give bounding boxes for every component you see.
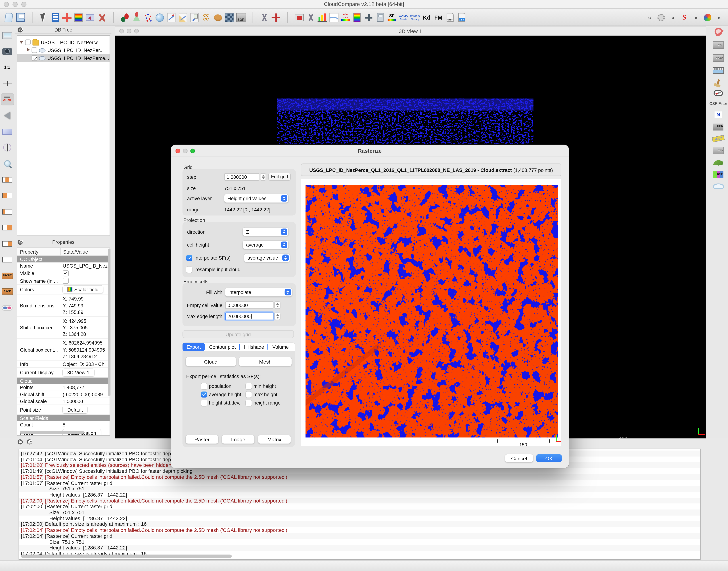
property-row[interactable]: Current Display 3D View 1 <box>17 368 110 377</box>
set-pivot-icon[interactable] <box>1 77 14 90</box>
dialog-tab[interactable]: Export <box>183 343 205 351</box>
dialog-tab[interactable]: Contour plot <box>205 343 240 351</box>
visibility-checkbox[interactable] <box>31 55 37 61</box>
add-constant-sf-icon[interactable] <box>363 10 374 24</box>
property-row[interactable]: Global scale 1.000000 <box>17 398 110 405</box>
expand-arrow-icon[interactable] <box>25 47 31 52</box>
properties-list-icon[interactable] <box>50 10 60 24</box>
tree-item[interactable]: USGS_LPC_ID_NezPerce... <box>17 54 110 62</box>
colorize-icon[interactable] <box>352 10 362 24</box>
visibility-checkbox[interactable] <box>31 47 37 53</box>
canupo-create-icon[interactable]: CANUPO Create <box>398 10 408 24</box>
facets-icon[interactable] <box>713 159 723 165</box>
csv-export-icon[interactable]: CSV <box>456 10 467 24</box>
view-bottom-icon[interactable] <box>1 237 14 250</box>
toolbar-separator[interactable] <box>282 10 292 24</box>
save-icon[interactable] <box>15 10 25 24</box>
property-row[interactable]: Name USGS_LPC_ID_Nez <box>17 262 110 269</box>
toolbar-overflow-icon[interactable]: » <box>668 10 678 24</box>
stat-checkbox[interactable] <box>246 399 252 406</box>
max-edge-length-input[interactable]: 20.000000 <box>225 312 273 320</box>
float-panel-icon[interactable] <box>18 27 23 32</box>
tree-item[interactable]: USGS_LPC_ID_NezPerce... <box>17 38 110 46</box>
compass-icon[interactable] <box>714 90 723 96</box>
view-left-icon[interactable] <box>1 190 14 202</box>
open-icon[interactable] <box>4 10 14 24</box>
delete-icon[interactable] <box>97 10 107 24</box>
pcv-icon[interactable]: PCV <box>713 146 724 154</box>
normals-icon[interactable]: N <box>715 111 722 118</box>
export-matrix-button[interactable]: Matrix <box>258 435 290 444</box>
interpolate-sf-select[interactable]: average value <box>244 254 290 262</box>
spline-tool-icon[interactable]: S <box>679 10 690 24</box>
statistical-test-icon[interactable] <box>224 10 234 24</box>
export-cloud-button[interactable]: Cloud <box>186 357 236 366</box>
property-row[interactable]: Colors Scalar field <box>17 285 110 295</box>
expand-arrow-icon[interactable] <box>25 55 31 60</box>
expand-arrow-icon[interactable] <box>19 39 24 44</box>
property-row[interactable]: Global box cent... X: 602624.994995 Y: 5… <box>17 339 110 361</box>
console-horizontal-scrollbar[interactable] <box>21 555 232 558</box>
toolbar-overflow-icon[interactable]: » <box>691 10 701 24</box>
active-layer-select[interactable]: Height grid values <box>224 194 288 203</box>
disable-filter-icon[interactable] <box>714 28 722 36</box>
canupo-classify-icon[interactable]: CANUPO Classify <box>410 10 420 24</box>
cloud-cloud-distance-icon[interactable]: CC CC <box>201 10 211 24</box>
empty-cell-value-stepper[interactable] <box>274 301 280 309</box>
stat-checkbox[interactable] <box>246 383 252 389</box>
rsd-icon[interactable]: RSD <box>713 171 723 178</box>
cancel-button[interactable]: Cancel <box>505 454 533 462</box>
property-row[interactable]: Show name (in ... <box>17 277 110 285</box>
back-view-icon[interactable]: BACK <box>1 286 14 298</box>
export-mesh-button[interactable]: Mesh <box>239 357 291 366</box>
fm-icon[interactable]: FM <box>433 10 443 24</box>
view-iso-icon[interactable] <box>1 254 14 266</box>
dialog-tab[interactable]: Volume <box>268 343 293 351</box>
property-row[interactable]: Point size Default <box>17 405 110 415</box>
direction-select[interactable]: Z <box>243 228 288 236</box>
scalar-field-icon[interactable]: SF <box>387 10 397 24</box>
view-right-icon[interactable] <box>1 205 14 218</box>
fit-plane-icon[interactable] <box>178 10 188 24</box>
sor-filter-icon[interactable]: SOR <box>236 10 246 24</box>
zoom-1-1-icon[interactable]: 1:1 <box>1 61 14 73</box>
property-row[interactable]: CC Object <box>17 256 110 262</box>
stat-checkbox[interactable] <box>201 399 207 406</box>
subsample-icon[interactable] <box>166 10 176 24</box>
view-back-icon[interactable] <box>1 222 14 234</box>
dialog-tab[interactable]: Hillshade <box>240 343 268 351</box>
visibility-checkbox[interactable] <box>25 39 31 45</box>
export-image-button[interactable]: Image <box>222 435 254 444</box>
edl-filter-icon[interactable]: EDL <box>713 41 724 49</box>
bounding-box-icon[interactable] <box>1 125 14 137</box>
minmax-scale-icon[interactable]: min max <box>340 10 350 24</box>
align-icon[interactable] <box>190 10 200 24</box>
stat-checkbox-row[interactable]: min height <box>246 383 290 389</box>
property-row[interactable]: Scalar Fields <box>17 415 110 421</box>
property-row[interactable]: Info Object ID: 303 - Ch <box>17 361 110 368</box>
resample-checkbox[interactable] <box>186 266 192 272</box>
horizontal-scrollbar[interactable] <box>20 431 84 434</box>
segment-icon[interactable] <box>259 10 269 24</box>
render-to-file-icon[interactable] <box>1 29 14 41</box>
stat-checkbox[interactable] <box>246 391 252 397</box>
hpr-icon[interactable]: HPR <box>713 123 723 130</box>
apply-transform-icon[interactable] <box>85 10 95 24</box>
property-row[interactable]: Cloud <box>17 377 110 384</box>
csf-filter-label[interactable]: CSF Filter <box>709 102 727 106</box>
interactive-transform-icon[interactable] <box>271 10 281 24</box>
property-row[interactable]: Count 8 <box>17 421 110 428</box>
point-picking-icon[interactable] <box>62 10 72 24</box>
raster-preview-image[interactable] <box>306 185 558 438</box>
fill-with-select[interactable]: interpolate <box>225 288 292 297</box>
stat-checkbox[interactable] <box>201 383 207 389</box>
view-top-icon[interactable] <box>1 174 14 186</box>
stat-checkbox-row[interactable]: height std.dev. <box>201 399 246 406</box>
clipping-box-icon[interactable] <box>294 10 304 24</box>
interpolate-sf-checkbox[interactable] <box>186 255 192 261</box>
cloud-mesh-distance-icon[interactable] <box>213 10 223 24</box>
toolbar-separator[interactable] <box>108 10 118 24</box>
stat-checkbox-row[interactable]: height range <box>246 399 290 406</box>
clean-broom-icon[interactable] <box>717 79 719 85</box>
auto-pivot-icon[interactable]: auto <box>1 93 14 105</box>
